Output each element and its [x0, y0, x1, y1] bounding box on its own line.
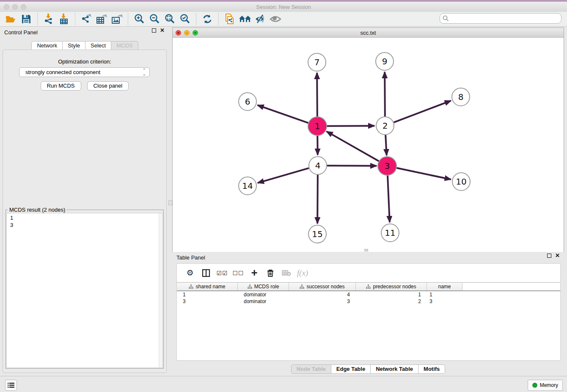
svg-text:8: 8 [458, 92, 464, 102]
edge-1-2[interactable] [327, 126, 374, 126]
node-11[interactable]: 11 [381, 224, 399, 242]
network-canvas[interactable]: 7968124314101511 [173, 38, 564, 252]
zoom-in-button[interactable] [132, 13, 147, 25]
memory-button[interactable]: Memory [528, 380, 563, 391]
cell[interactable]: 2 [356, 298, 427, 305]
tab-style[interactable]: Style [63, 41, 85, 50]
search-input[interactable] [440, 13, 561, 24]
column-header-shared-name[interactable]: shared name [177, 283, 238, 290]
node-8[interactable]: 8 [452, 88, 470, 106]
delete-icon[interactable] [263, 266, 278, 280]
run-mcds-button[interactable]: Run MCDS [41, 81, 81, 91]
cell[interactable]: dominator [238, 298, 289, 305]
edge-4-14[interactable] [258, 168, 309, 183]
node-14[interactable]: 14 [239, 177, 256, 195]
edge-2-9[interactable] [385, 72, 385, 116]
optimization-criterion-dropdown[interactable]: strongly connected component ⌃⌃ [19, 67, 150, 77]
tab-motifs[interactable]: Motifs [418, 364, 445, 374]
home-button[interactable] [237, 13, 253, 25]
open-folder-icon [6, 14, 17, 24]
tab-network-table[interactable]: Network Table [371, 364, 418, 374]
select-all-checkboxes-icon[interactable]: ☑☑ [215, 266, 229, 280]
result-scrollbar[interactable] [159, 213, 162, 367]
edge-2-8[interactable] [394, 101, 451, 122]
node-15[interactable]: 15 [308, 225, 326, 243]
close-panel-button[interactable]: Close panel [87, 81, 129, 91]
cell[interactable]: 3 [177, 298, 238, 305]
refresh-layout-button[interactable] [200, 13, 215, 25]
node-10[interactable]: 10 [452, 173, 470, 190]
refresh-icon [202, 14, 213, 25]
column-header-name[interactable]: name [427, 283, 462, 290]
tab-node-table[interactable]: Node Table [291, 364, 331, 374]
tree-icon [189, 284, 193, 289]
node-9[interactable]: 9 [376, 52, 394, 70]
delete-table-icon[interactable] [279, 266, 294, 280]
columns-icon[interactable] [199, 266, 213, 280]
export-image-button[interactable] [109, 13, 124, 25]
edge-4-3[interactable] [327, 166, 377, 166]
titlebar: Session: New Session [0, 2, 567, 12]
svg-text:15: 15 [312, 229, 322, 239]
export-network-button[interactable] [79, 13, 94, 25]
table-row[interactable]: 3dominator323 [177, 298, 560, 305]
deselect-all-checkboxes-icon[interactable]: ☐☐ [231, 266, 245, 280]
node-1[interactable]: 1 [308, 117, 327, 135]
table-row[interactable]: 1dominator411 [177, 291, 560, 298]
edge-1-6[interactable] [258, 105, 309, 123]
settings-gear-icon[interactable]: ⚙ [183, 266, 197, 280]
export-table-button[interactable] [94, 13, 109, 25]
node-4[interactable]: 4 [309, 157, 327, 174]
cell[interactable]: 4 [289, 291, 356, 298]
chevron-up-down-icon: ⌃⌃ [143, 68, 146, 76]
close-panel-icon[interactable]: ✕ [160, 28, 165, 33]
cell[interactable]: 1 [427, 291, 462, 298]
node-7[interactable]: 7 [308, 53, 326, 71]
duplicate-network-button[interactable] [222, 13, 237, 25]
import-network-button[interactable] [41, 13, 56, 25]
svg-text:14: 14 [242, 181, 253, 191]
tab-edge-table[interactable]: Edge Table [331, 364, 371, 374]
node-3[interactable]: 3 [378, 157, 396, 175]
column-header-MCDS-role[interactable]: MCDS role [238, 283, 289, 290]
zoom-out-button[interactable] [147, 13, 162, 25]
close-table-panel-icon[interactable]: ✕ [555, 254, 560, 258]
zoom-fit-button[interactable] [162, 13, 177, 25]
splitter-handle[interactable] [168, 200, 172, 205]
node-2[interactable]: 2 [376, 117, 394, 135]
edge-1-7[interactable] [317, 73, 317, 117]
open-file-button[interactable] [3, 13, 19, 25]
float-table-panel-icon[interactable] [547, 254, 551, 258]
edge-3-10[interactable] [396, 168, 451, 179]
status-bar: Memory [0, 376, 567, 392]
show-graphics-button[interactable] [268, 13, 283, 25]
cell[interactable]: 1 [177, 291, 238, 298]
zoom-selected-button[interactable] [177, 13, 193, 25]
tab-mcds[interactable]: MCDS [111, 41, 138, 50]
edge-3-1[interactable] [327, 131, 379, 161]
edge-4-15[interactable] [317, 175, 318, 224]
cell[interactable]: dominator [238, 291, 289, 298]
canvas-resize-handle[interactable] [364, 249, 368, 251]
svg-text:9: 9 [382, 56, 388, 66]
cell[interactable]: 3 [427, 298, 462, 305]
mcds-result-group: MCDS result (2 nodes) 1 3 [6, 207, 164, 369]
tab-select[interactable]: Select [85, 41, 111, 50]
function-icon[interactable]: f(x) [295, 266, 310, 280]
column-header-successor-nodes[interactable]: successor nodes [289, 283, 356, 290]
edge-3-11[interactable] [388, 175, 390, 222]
tab-network[interactable]: Network [31, 41, 63, 50]
column-header-predecessor-nodes[interactable]: predecessor nodes [356, 283, 427, 290]
cell[interactable]: 1 [356, 291, 427, 298]
cell[interactable]: 3 [289, 298, 356, 305]
add-icon[interactable]: + [247, 266, 261, 280]
node-6[interactable]: 6 [239, 93, 256, 110]
show-panels-button[interactable] [5, 380, 17, 391]
edge-2-3[interactable] [385, 135, 387, 155]
float-panel-icon[interactable] [152, 28, 156, 33]
network-window-titlebar[interactable]: ✕ − + scc.txt [173, 28, 564, 38]
hide-graphics-button[interactable] [253, 13, 268, 25]
save-session-button[interactable] [19, 13, 34, 25]
import-table-button[interactable] [56, 13, 72, 25]
mcds-result-list[interactable]: 1 3 [6, 213, 163, 368]
